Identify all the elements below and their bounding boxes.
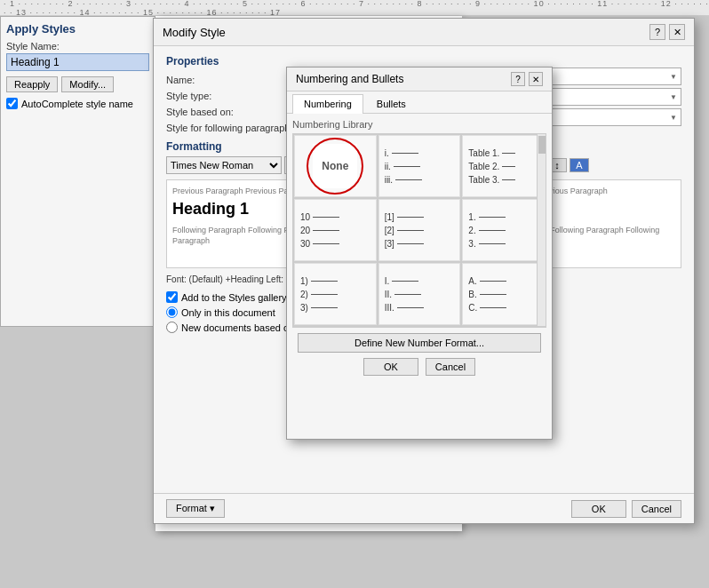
ok-cancel-buttons: OK Cancel xyxy=(571,500,681,518)
num-line-1: i. xyxy=(385,148,422,158)
letter-line-3: C. xyxy=(468,303,506,313)
apply-styles-panel: Apply Styles Style Name: Heading 1 Reapp… xyxy=(0,16,155,327)
font-name-select[interactable]: Times New Roman xyxy=(166,156,282,174)
autocomplete-checkbox[interactable] xyxy=(6,98,18,109)
decimal-line-2: 20 xyxy=(300,226,339,235)
numbering-cancel-button[interactable]: Cancel xyxy=(426,358,475,376)
tab-numbering[interactable]: Numbering xyxy=(292,94,363,114)
decimal-tab-lines: 10 20 30 xyxy=(299,209,341,252)
numbering-titlebar: Numbering and Bullets ? ✕ xyxy=(287,68,552,91)
autocomplete-row: AutoComplete style name xyxy=(6,98,149,109)
decimal-tab-cell[interactable]: 10 20 30 xyxy=(294,199,377,261)
tab-bullets[interactable]: Bullets xyxy=(365,94,418,113)
new-docs-radio[interactable] xyxy=(166,322,178,333)
modify-style-title: Modify Style xyxy=(163,26,226,39)
color-button[interactable]: A xyxy=(570,158,589,172)
letter-line-1: A. xyxy=(468,276,506,286)
format-dropdown-button[interactable]: Format ▾ xyxy=(166,499,225,518)
num-title-buttons: ? ✕ xyxy=(511,72,543,86)
numbering-bullets-dialog: Numbering and Bullets ? ✕ Numbering Bull… xyxy=(286,67,553,440)
modify-help-button[interactable]: ? xyxy=(649,24,665,40)
roman-cap-cell[interactable]: I. II. III. xyxy=(378,263,461,325)
bracket-line-3: [3] xyxy=(385,239,424,249)
modify-cancel-button[interactable]: Cancel xyxy=(632,500,681,518)
properties-title: Properties xyxy=(166,55,681,68)
roman-cap-line-2: II. xyxy=(385,290,424,299)
titlebar-buttons: ? ✕ xyxy=(649,24,685,40)
modify-button[interactable]: Modify... xyxy=(61,76,114,92)
numbering-ok-button[interactable]: OK xyxy=(363,358,418,376)
table-line-3: Table 3. xyxy=(468,175,515,185)
modify-ok-button[interactable]: OK xyxy=(571,500,626,518)
roman-lower-cell[interactable]: i. ii. iii. xyxy=(378,135,461,197)
ruler: · 1 · · · · · · · · 2 · · · · · · · · 3 … xyxy=(0,0,709,16)
dot-line-1: 1. xyxy=(468,212,505,222)
num-help-button[interactable]: ? xyxy=(511,72,525,86)
grid-scrollbar[interactable] xyxy=(537,134,546,326)
roman-cap-line-1: I. xyxy=(385,276,424,286)
tab-bar: Numbering Bullets xyxy=(287,91,552,114)
define-new-format-button[interactable]: Define New Number Format... xyxy=(298,333,541,353)
letter-line-2: B. xyxy=(468,290,506,299)
paren-line-1: 1) xyxy=(300,276,338,286)
decimal-dot-lines: 1. 2. 3. xyxy=(466,209,506,252)
modify-style-footer: Format ▾ OK Cancel xyxy=(154,493,694,523)
bracket-line-2: [2] xyxy=(385,226,424,235)
none-label: None xyxy=(313,144,357,188)
modify-close-button[interactable]: ✕ xyxy=(669,24,685,40)
table-cell[interactable]: Table 1. Table 2. Table 3. xyxy=(462,135,545,197)
roman-cap-line-3: III. xyxy=(385,303,424,313)
paren-line-2: 2) xyxy=(300,290,338,299)
decimal-dot-cell[interactable]: 1. 2. 3. xyxy=(462,199,545,261)
paren-lines: 1) 2) 3) xyxy=(299,273,339,316)
letter-cap-cell[interactable]: A. B. C. xyxy=(462,263,545,325)
roman-lower-lines: i. ii. iii. xyxy=(383,145,424,188)
num-line-3: iii. xyxy=(385,175,422,185)
apply-styles-title: Apply Styles xyxy=(6,22,149,36)
library-title: Numbering Library xyxy=(292,119,546,130)
numbering-grid: None i. ii. iii. xyxy=(293,134,546,326)
num-line-2: ii. xyxy=(385,162,422,171)
decimal-line-1: 10 xyxy=(300,212,339,222)
letter-cap-lines: A. B. C. xyxy=(466,273,508,316)
paren-num-cell[interactable]: 1) 2) 3) xyxy=(294,263,377,325)
apply-styles-buttons: Reapply Modify... xyxy=(6,76,149,92)
numbering-title: Numbering and Bullets xyxy=(296,73,403,85)
num-ok-cancel: OK Cancel xyxy=(298,358,541,376)
none-cell[interactable]: None xyxy=(294,135,377,197)
style-name-box[interactable]: Heading 1 xyxy=(6,53,149,71)
autocomplete-label: AutoComplete style name xyxy=(21,99,133,109)
table-lines: Table 1. Table 2. Table 3. xyxy=(466,145,517,188)
modify-style-titlebar: Modify Style ? ✕ xyxy=(154,19,694,46)
table-line-2: Table 2. xyxy=(468,162,515,171)
bracket-lines: [1] [2] [3] xyxy=(383,209,426,252)
decimal-line-3: 30 xyxy=(300,239,339,249)
add-to-gallery-checkbox[interactable] xyxy=(166,291,178,303)
style-name-label: Style Name: xyxy=(6,41,149,52)
numbering-footer: Define New Number Format... OK Cancel xyxy=(292,327,546,381)
only-this-doc-radio[interactable] xyxy=(166,306,178,318)
paren-line-3: 3) xyxy=(300,303,338,313)
num-close-button[interactable]: ✕ xyxy=(529,72,543,86)
dot-line-3: 3. xyxy=(468,239,505,249)
bracket-num-cell[interactable]: [1] [2] [3] xyxy=(378,199,461,261)
numbering-body: Numbering Library None i. xyxy=(287,114,552,386)
bracket-line-1: [1] xyxy=(385,212,424,222)
roman-cap-lines: I. II. III. xyxy=(383,273,426,316)
dot-line-2: 2. xyxy=(468,226,505,235)
add-to-gallery-label: Add to the Styles gallery xyxy=(181,292,287,303)
only-this-doc-label: Only in this document xyxy=(181,307,275,318)
grid-scroll-thumb xyxy=(538,136,546,154)
table-line-1: Table 1. xyxy=(468,148,515,158)
numbering-grid-wrapper: None i. ii. iii. xyxy=(292,133,546,327)
reapply-button[interactable]: Reapply xyxy=(6,76,58,92)
